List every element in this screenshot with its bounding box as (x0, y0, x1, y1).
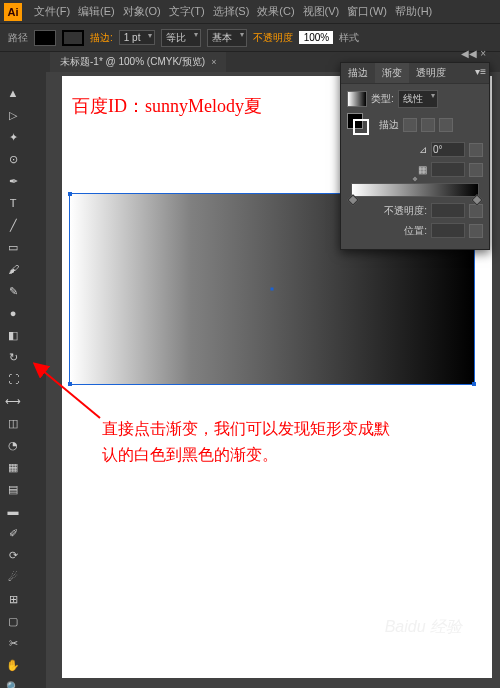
stroke-align-icon[interactable] (403, 118, 417, 132)
rotate-tool[interactable]: ↻ (3, 347, 23, 367)
gradient-slider[interactable] (351, 183, 479, 197)
stroke-align-icon[interactable] (421, 118, 435, 132)
slice-tool[interactable]: ✂ (3, 633, 23, 653)
aspect-dropdown-icon[interactable] (469, 163, 483, 177)
width-tool[interactable]: ⟷ (3, 391, 23, 411)
blend-tool[interactable]: ⟳ (3, 545, 23, 565)
stroke-width-dropdown[interactable]: 1 pt (119, 30, 156, 45)
document-tab[interactable]: 未标题-1* @ 100% (CMYK/预览) × (50, 52, 226, 72)
type-label: 类型: (371, 92, 394, 106)
blob-brush-tool[interactable]: ● (3, 303, 23, 323)
stroke-label: 描边 (379, 118, 399, 132)
gradient-type-dropdown[interactable]: 线性 (398, 90, 438, 108)
mesh-tool[interactable]: ▤ (3, 479, 23, 499)
annotation-text: 直接点击渐变，我们可以发现矩形变成默 认的白色到黑色的渐变。 (102, 416, 390, 467)
stroke-align-icon[interactable] (439, 118, 453, 132)
watermark-text: 百度ID：sunnyMelody夏 (72, 94, 262, 118)
gradient-preview-swatch[interactable] (347, 91, 367, 107)
paintbrush-tool[interactable]: 🖌 (3, 259, 23, 279)
location-label: 位置: (404, 224, 427, 238)
tab-stroke[interactable]: 描边 (341, 63, 375, 83)
close-icon[interactable]: × (211, 57, 216, 67)
aspect-input (431, 162, 465, 177)
opacity-label: 不透明度: (384, 204, 427, 218)
shape-builder-tool[interactable]: ◔ (3, 435, 23, 455)
tab-transparency[interactable]: 透明度 (409, 63, 453, 83)
aspect-label: ▦ (418, 164, 427, 175)
angle-dropdown-icon[interactable] (469, 143, 483, 157)
line-tool[interactable]: ╱ (3, 215, 23, 235)
anchor-icon[interactable] (68, 192, 72, 196)
stop-opacity-input (431, 203, 465, 218)
scale-tool[interactable]: ⛶ (3, 369, 23, 389)
type-tool[interactable]: T (3, 193, 23, 213)
opacity-input[interactable]: 100% (299, 31, 333, 44)
gradient-tool[interactable]: ▬ (3, 501, 23, 521)
gradient-panel[interactable]: ◀◀ × 描边 渐变 透明度 ▾≡ 类型: 线性 描边 ⊿ ▦ (340, 62, 490, 250)
rectangle-tool[interactable]: ▭ (3, 237, 23, 257)
magic-wand-tool[interactable]: ✦ (3, 127, 23, 147)
uniform-dropdown[interactable]: 等比 (161, 29, 201, 47)
hand-tool[interactable]: ✋ (3, 655, 23, 675)
menu-edit[interactable]: 编辑(E) (74, 4, 119, 19)
toolbox: ▲ ▷ ✦ ⊙ ✒ T ╱ ▭ 🖌 ✎ ● ◧ ↻ ⛶ ⟷ ◫ ◔ ▦ ▤ ▬ … (0, 72, 46, 688)
anchor-icon[interactable] (472, 382, 476, 386)
column-graph-tool[interactable]: ⊞ (3, 589, 23, 609)
eyedropper-tool[interactable]: ✐ (3, 523, 23, 543)
stroke-label: 描边: (90, 31, 113, 45)
panel-close-icon[interactable]: ◀◀ × (461, 48, 486, 59)
zoom-tool[interactable]: 🔍 (3, 677, 23, 688)
menu-window[interactable]: 窗口(W) (343, 4, 391, 19)
artboard-tool[interactable]: ▢ (3, 611, 23, 631)
fill-swatch[interactable] (34, 30, 56, 46)
free-transform-tool[interactable]: ◫ (3, 413, 23, 433)
menu-select[interactable]: 选择(S) (209, 4, 254, 19)
lasso-tool[interactable]: ⊙ (3, 149, 23, 169)
angle-input[interactable] (431, 142, 465, 157)
pen-tool[interactable]: ✒ (3, 171, 23, 191)
stroke-swatch[interactable] (62, 30, 84, 46)
menu-effect[interactable]: 效果(C) (253, 4, 298, 19)
symbol-sprayer-tool[interactable]: ☄ (3, 567, 23, 587)
menu-file[interactable]: 文件(F) (30, 4, 74, 19)
baidu-watermark: Baidu 经验 (385, 617, 462, 638)
menu-object[interactable]: 对象(O) (119, 4, 165, 19)
pencil-tool[interactable]: ✎ (3, 281, 23, 301)
app-logo: Ai (4, 3, 22, 21)
control-bar: 路径 描边: 1 pt 等比 基本 不透明度 100% 样式 (0, 24, 500, 52)
location-dropdown-icon[interactable] (469, 224, 483, 238)
selection-tool[interactable]: ▲ (3, 83, 23, 103)
basic-dropdown[interactable]: 基本 (207, 29, 247, 47)
eraser-tool[interactable]: ◧ (3, 325, 23, 345)
panel-menu-icon[interactable]: ▾≡ (475, 66, 486, 77)
title-bar: Ai 文件(F) 编辑(E) 对象(O) 文字(T) 选择(S) 效果(C) 视… (0, 0, 500, 24)
menu-view[interactable]: 视图(V) (299, 4, 344, 19)
tab-gradient[interactable]: 渐变 (375, 63, 409, 83)
opacity-label: 不透明度 (253, 31, 293, 45)
menu-type[interactable]: 文字(T) (165, 4, 209, 19)
center-point-icon[interactable] (271, 288, 274, 291)
style-label: 样式 (339, 31, 359, 45)
perspective-tool[interactable]: ▦ (3, 457, 23, 477)
panel-fill-stroke-icon[interactable] (347, 113, 371, 137)
document-tab-label: 未标题-1* @ 100% (CMYK/预览) (60, 55, 205, 69)
angle-label: ⊿ (419, 144, 427, 155)
anchor-icon[interactable] (68, 382, 72, 386)
stop-location-input (431, 223, 465, 238)
menu-help[interactable]: 帮助(H) (391, 4, 436, 19)
direct-selection-tool[interactable]: ▷ (3, 105, 23, 125)
path-label: 路径 (8, 31, 28, 45)
